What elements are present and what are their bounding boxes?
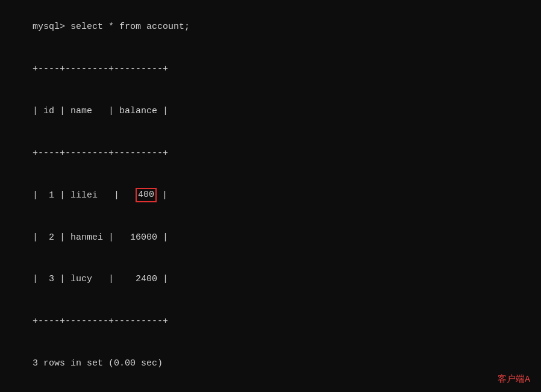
table1-row2: | 2 | hanmei | 16000 | bbox=[11, 216, 530, 258]
terminal-window: mysql> select * from account; +----+----… bbox=[0, 0, 541, 392]
update-command: mysql> update account set balance = bala… bbox=[11, 388, 530, 392]
table1-row3: | 3 | lucy | 2400 | bbox=[11, 258, 530, 300]
table1-header: | id | name | balance | bbox=[11, 90, 530, 132]
table1-mid-border: +----+--------+---------+ bbox=[11, 132, 530, 174]
table1-top-border: +----+--------+---------+ bbox=[11, 48, 530, 90]
table1-bot-border: +----+--------+---------+ bbox=[11, 300, 530, 343]
rowcount1: 3 rows in set (0.00 sec) bbox=[11, 343, 530, 385]
first-select-command: mysql> select * from account; bbox=[11, 6, 530, 48]
prompt1: mysql> select * from account; bbox=[33, 22, 190, 32]
table1-row1: | 1 | lilei | 400 | bbox=[11, 174, 530, 216]
watermark: 客户端A bbox=[498, 373, 530, 385]
table1-row1-name: lilei bbox=[70, 190, 98, 201]
table1-row1-id: 1 bbox=[38, 190, 54, 201]
table1-balance-highlight: 400 bbox=[136, 188, 157, 202]
